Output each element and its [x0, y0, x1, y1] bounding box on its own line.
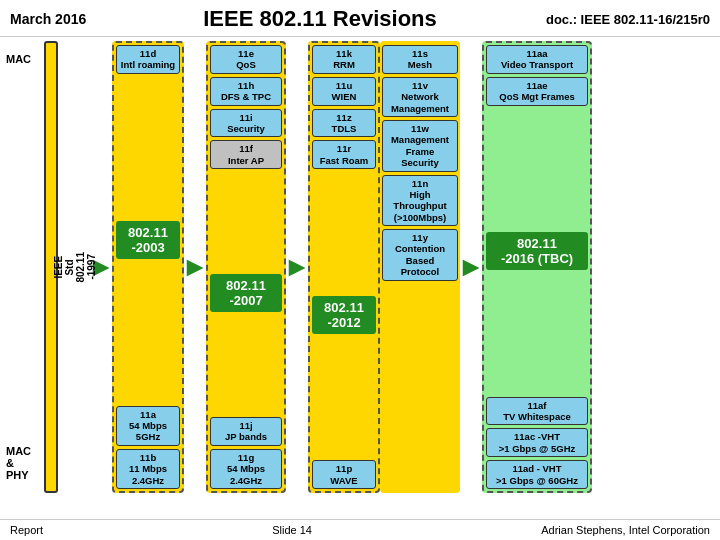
box-11n: 11nHighThroughput(>100Mbps) [382, 175, 458, 227]
version-2003: 802.11-2003 [116, 221, 180, 259]
box-11g: 11g54 Mbps2.4GHz [210, 449, 282, 489]
col-2012b: 11sMesh 11vNetworkManagement 11wManageme… [380, 41, 460, 493]
box-11a: 11a54 Mbps5GHz [116, 406, 180, 446]
box-11d: 11dIntl roaming [116, 45, 180, 74]
box-11ae: 11aeQoS Mgt Frames [486, 77, 588, 106]
footer: Report Slide 14 Adrian Stephens, Intel C… [0, 519, 720, 540]
side-labels: MAC MAC&PHY [6, 41, 44, 493]
version-2016: 802.11-2016 (TBC) [486, 232, 588, 270]
box-11af: 11afTV Whitespace [486, 397, 588, 426]
header-doc: doc.: IEEE 802.11-16/215r0 [530, 12, 710, 27]
box-11j: 11jJP bands [210, 417, 282, 446]
box-11r: 11rFast Roam [312, 140, 376, 169]
col-2012a: 11kRRM 11uWIEN 11zTDLS 11rFast Roam 802.… [308, 41, 380, 493]
arrow-3: ► [286, 41, 308, 493]
box-11i: 11iSecurity [210, 109, 282, 138]
mac-phy-label: MAC&PHY [6, 445, 31, 481]
box-11ad: 11ad - VHT>1 Gbps @ 60GHz [486, 460, 588, 489]
col-2003: 11dIntl roaming 802.11-2003 11a54 Mbps5G… [112, 41, 184, 493]
ieee-std-label: IEEEStd802.11-1997 [53, 252, 97, 283]
footer-right: Adrian Stephens, Intel Corporation [541, 524, 710, 536]
box-11z: 11zTDLS [312, 109, 376, 138]
box-11e: 11eQoS [210, 45, 282, 74]
version-2007: 802.11-2007 [210, 274, 282, 312]
arrow-2: ► [184, 41, 206, 493]
box-11b: 11b11 Mbps2.4GHz [116, 449, 180, 489]
box-11y: 11yContentionBasedProtocol [382, 229, 458, 281]
box-11v: 11vNetworkManagement [382, 77, 458, 117]
footer-left: Report [10, 524, 43, 536]
main-content: MAC MAC&PHY IEEEStd802.11-1997 ► 11dIntl… [0, 37, 720, 497]
col-2016: 11aaVideo Transport 11aeQoS Mgt Frames 8… [482, 41, 592, 493]
ieee-std-container: IEEEStd802.11-1997 [60, 41, 90, 493]
mac-label: MAC [6, 53, 31, 65]
version-2012: 802.11-2012 [312, 296, 376, 334]
box-11h: 11hDFS & TPC [210, 77, 282, 106]
header: March 2016 IEEE 802.11 Revisions doc.: I… [0, 0, 720, 37]
box-11aa: 11aaVideo Transport [486, 45, 588, 74]
box-11ac: 11ac -VHT>1 Gbps @ 5GHz [486, 428, 588, 457]
box-11w: 11wManagementFrameSecurity [382, 120, 458, 172]
box-11s: 11sMesh [382, 45, 458, 74]
arrow-4: ► [460, 41, 482, 493]
box-11f: 11fInter AP [210, 140, 282, 169]
col-2007: 11eQoS 11hDFS & TPC 11iSecurity 11fInter… [206, 41, 286, 493]
header-date: March 2016 [10, 11, 110, 27]
box-11k: 11kRRM [312, 45, 376, 74]
header-title: IEEE 802.11 Revisions [110, 6, 530, 32]
box-11u: 11uWIEN [312, 77, 376, 106]
box-11p: 11pWAVE [312, 460, 376, 489]
footer-center: Slide 14 [272, 524, 312, 536]
